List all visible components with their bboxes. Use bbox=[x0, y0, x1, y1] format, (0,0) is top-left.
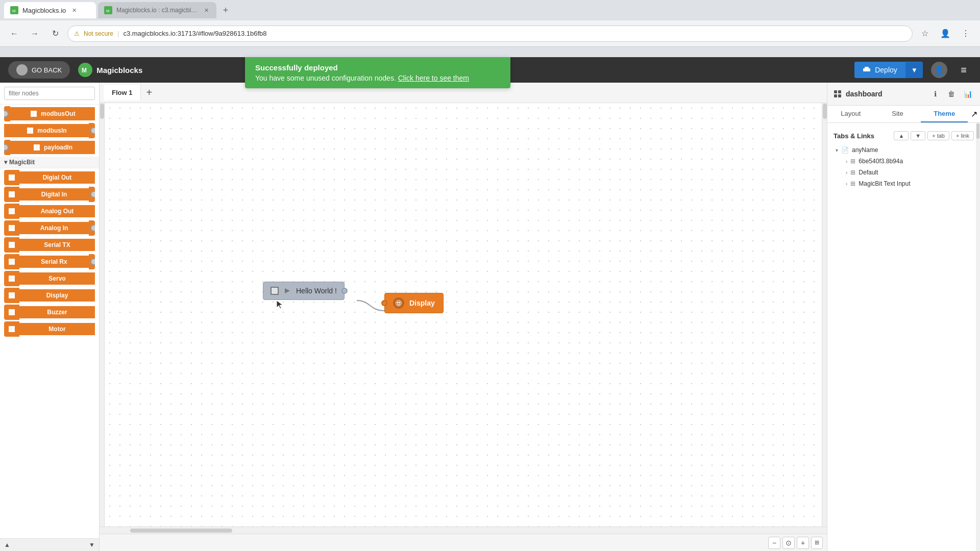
node-item-serialTX[interactable]: Serial TX bbox=[4, 237, 95, 253]
svg-rect-30 bbox=[9, 211, 12, 214]
zoom-reset-button[interactable]: ⊙ bbox=[782, 537, 795, 549]
tree-chevron-magicbit-text-input: › bbox=[846, 181, 847, 187]
tree-item-magicbit-text-input[interactable]: › ⊞ MagicBit Text Input bbox=[842, 178, 976, 189]
section-up-button[interactable]: ▲ bbox=[894, 131, 909, 140]
horizontal-scrollbar[interactable] bbox=[100, 527, 822, 534]
section-add-link-button[interactable]: + link bbox=[951, 131, 974, 140]
rp-chart-icon[interactable]: 📊 bbox=[962, 88, 974, 100]
node-item-display[interactable]: Display bbox=[4, 288, 95, 303]
svg-rect-10 bbox=[31, 114, 34, 117]
deploy-dropdown-button[interactable]: ▼ bbox=[905, 62, 923, 78]
node-item-modbusOut[interactable]: modbusOut bbox=[4, 106, 95, 121]
svg-rect-40 bbox=[9, 259, 12, 262]
go-back-button[interactable]: GO BACK bbox=[8, 61, 70, 79]
right-scrollbar[interactable] bbox=[822, 103, 827, 527]
zoom-out-button[interactable]: − bbox=[768, 537, 780, 549]
bookmark-button[interactable]: ☆ bbox=[917, 26, 933, 42]
zoom-controls: − ⊙ + ⊞ bbox=[768, 537, 823, 549]
node-icon-digitalOut bbox=[8, 173, 16, 182]
address-bar[interactable]: ⚠ Not secure | c3.magicblocks.io:31713/#… bbox=[67, 26, 913, 42]
deploy-label: Deploy bbox=[875, 66, 897, 74]
node-category-magicbit[interactable]: ▾ MagicBit bbox=[0, 157, 99, 168]
tree-item-anyName[interactable]: ▾ 📄 anyName bbox=[831, 144, 976, 156]
browser-tab-2[interactable]: M Magicblocks.io : c3.magicblocks... ✕ bbox=[98, 2, 216, 18]
svg-rect-52 bbox=[9, 309, 12, 312]
svg-rect-16 bbox=[34, 144, 37, 147]
deploy-button-group: Deploy ▼ bbox=[854, 62, 923, 78]
node-label-serialTX: Serial TX bbox=[19, 239, 95, 251]
rp-tab-site[interactable]: Site bbox=[874, 106, 921, 122]
flow-tab-1[interactable]: Flow 1 bbox=[104, 85, 141, 101]
profile-button[interactable]: 👤 bbox=[937, 26, 953, 42]
node-item-digitalIn[interactable]: Digital In bbox=[4, 187, 95, 202]
node-icon-modbusOut bbox=[30, 110, 38, 118]
tree-chevron-default: › bbox=[846, 170, 847, 176]
back-button[interactable]: ← bbox=[6, 26, 22, 42]
forward-button[interactable]: → bbox=[27, 26, 43, 42]
nodes-search-input[interactable] bbox=[4, 87, 95, 100]
hello-world-output-port[interactable] bbox=[341, 288, 348, 294]
svg-point-63 bbox=[399, 302, 401, 304]
node-icon-analogOut bbox=[8, 207, 16, 215]
section-down-button[interactable]: ▼ bbox=[911, 131, 925, 140]
scroll-down-arrow[interactable]: ▼ bbox=[87, 540, 97, 550]
node-item-analogIn[interactable]: Analog In bbox=[4, 220, 95, 236]
topbar-menu-icon[interactable]: ≡ bbox=[955, 62, 972, 78]
node-port-right-digitalIn bbox=[89, 187, 95, 202]
node-label-modbusOut: modbusOut bbox=[41, 110, 75, 117]
node-item-serialRx[interactable]: Serial Rx bbox=[4, 254, 95, 269]
canvas-node-display[interactable]: Display bbox=[384, 293, 444, 313]
rp-delete-icon[interactable]: 🗑 bbox=[945, 88, 958, 100]
tab-close-2[interactable]: ✕ bbox=[202, 6, 210, 14]
hello-world-checkbox[interactable] bbox=[271, 287, 279, 295]
zoom-in-button[interactable]: + bbox=[797, 537, 809, 549]
svg-rect-44 bbox=[9, 276, 12, 279]
rp-info-icon[interactable]: ℹ bbox=[929, 88, 941, 100]
svg-rect-38 bbox=[9, 245, 12, 248]
fit-view-button[interactable]: ⊞ bbox=[811, 537, 823, 549]
tree-item-default[interactable]: › ⊞ Default bbox=[842, 167, 976, 178]
topbar-user-icon[interactable]: 👤 bbox=[931, 62, 947, 78]
svg-text:M: M bbox=[106, 9, 110, 13]
node-item-analogOut[interactable]: Analog Out bbox=[4, 204, 95, 219]
rp-tab-layout[interactable]: Layout bbox=[827, 106, 874, 122]
canvas-node-hello-world[interactable]: Hello World ! bbox=[263, 282, 345, 300]
horizontal-scrollbar-row bbox=[100, 527, 827, 534]
node-item-motor[interactable]: Motor bbox=[4, 321, 95, 337]
scroll-up-arrow[interactable]: ▲ bbox=[2, 540, 12, 550]
tree-file-icon-anyName: 📄 bbox=[841, 146, 849, 154]
display-input-port[interactable] bbox=[381, 300, 387, 306]
rp-tab-theme[interactable]: Theme bbox=[921, 106, 968, 122]
left-scroll-thumb bbox=[100, 104, 104, 119]
browser-tab-1[interactable]: M Magicblocks.io ✕ bbox=[4, 2, 96, 18]
node-label-modbusIn: modbusIn bbox=[37, 127, 66, 134]
notification-link[interactable]: Click here to see them bbox=[398, 74, 469, 82]
svg-rect-13 bbox=[30, 128, 33, 131]
node-item-buzzer[interactable]: Buzzer bbox=[4, 305, 95, 320]
flow-tab-add-button[interactable]: + bbox=[141, 85, 157, 101]
node-item-digitalOut[interactable]: Digial Out bbox=[4, 170, 95, 185]
deploy-icon bbox=[863, 66, 871, 74]
node-item-servo[interactable]: Servo bbox=[4, 271, 95, 286]
node-item-payloadIn[interactable]: payloadIn bbox=[4, 140, 95, 155]
svg-rect-7 bbox=[865, 67, 869, 68]
deploy-button[interactable]: Deploy bbox=[854, 62, 905, 78]
flow-canvas[interactable]: Hello World ! bbox=[105, 103, 822, 527]
menu-button[interactable]: ⋮ bbox=[958, 26, 974, 42]
svg-rect-64 bbox=[834, 90, 837, 93]
node-icon-digitalIn bbox=[8, 190, 16, 198]
section-add-tab-button[interactable]: + tab bbox=[927, 131, 949, 140]
svg-rect-11 bbox=[34, 114, 37, 117]
tree-item-6be540f3[interactable]: › ⊞ 6be540f3.8b94a bbox=[842, 156, 976, 167]
panel-scroll-arrows: ▲ ▼ bbox=[0, 538, 99, 551]
new-tab-button[interactable]: + bbox=[218, 3, 233, 17]
reload-button[interactable]: ↻ bbox=[47, 26, 63, 42]
node-item-modbusIn[interactable]: modbusIn bbox=[4, 123, 95, 138]
tab-close-1[interactable]: ✕ bbox=[70, 6, 78, 14]
rp-tab-external-icon[interactable]: ↗ bbox=[968, 106, 980, 122]
node-icon-motor bbox=[8, 325, 16, 333]
svg-rect-26 bbox=[9, 194, 12, 197]
node-label-motor: Motor bbox=[19, 323, 95, 335]
node-icon-analogIn bbox=[8, 224, 16, 232]
panel-content-scrollbar[interactable] bbox=[976, 123, 980, 551]
